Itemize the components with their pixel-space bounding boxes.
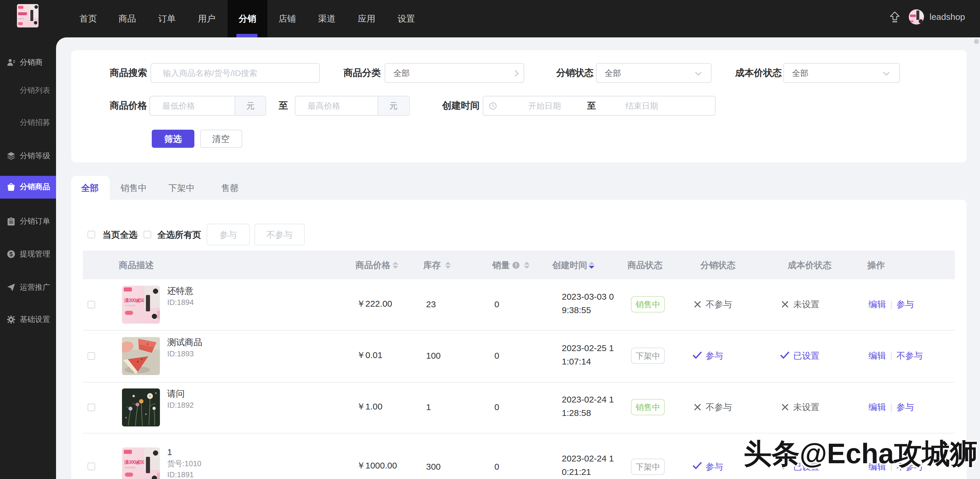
- svg-text:$: $: [10, 251, 13, 257]
